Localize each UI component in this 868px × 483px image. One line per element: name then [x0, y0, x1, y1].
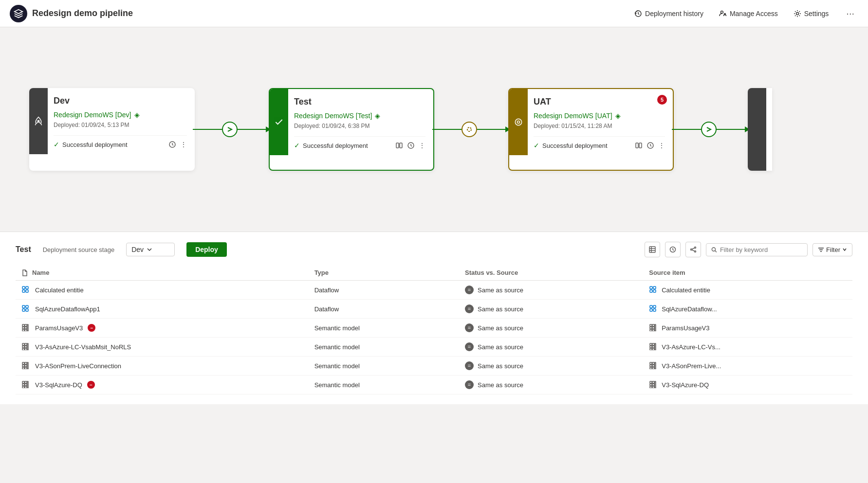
- row-icon-2: [21, 323, 30, 332]
- filter-button[interactable]: Filter: [813, 243, 852, 256]
- svg-point-3: [796, 12, 798, 15]
- history-icon: [634, 10, 642, 18]
- svg-rect-62: [22, 346, 24, 348]
- svg-rect-41: [26, 309, 28, 311]
- table-row[interactable]: V3-ASonPrem-LiveConnection Semantic mode…: [16, 357, 852, 376]
- prod-sidebar-partial: [748, 88, 766, 171]
- keyword-filter-field[interactable]: [720, 246, 802, 253]
- svg-rect-32: [22, 290, 25, 292]
- app-icon: [10, 5, 27, 22]
- status-equal-icon-0: =: [465, 286, 474, 294]
- cell-source-5: V3-SqlAzure-DQ: [649, 380, 847, 389]
- table-row[interactable]: SqlAzureDataflowApp1 Dataflow = Same as …: [16, 300, 852, 319]
- svg-rect-66: [27, 343, 28, 350]
- status-equal-icon-1: =: [465, 304, 474, 313]
- cell-type-0: Dataflow: [309, 281, 459, 300]
- svg-rect-47: [25, 324, 27, 326]
- test-history-btn[interactable]: [407, 142, 415, 149]
- deployment-history-btn[interactable]: Deployment history: [632, 7, 705, 20]
- svg-rect-88: [22, 381, 24, 383]
- svg-point-11: [517, 121, 520, 124]
- settings-btn[interactable]: Settings: [792, 7, 831, 20]
- uat-more-btn[interactable]: ⋮: [658, 142, 665, 149]
- page-title: Redesign demo pipeline: [32, 8, 133, 18]
- status-equal-icon-3: =: [465, 342, 474, 351]
- row-icon-0: [21, 286, 30, 294]
- cell-name-2: ParamsUsageV3 –: [21, 323, 303, 332]
- svg-line-24: [692, 250, 695, 251]
- cell-status-0: = Same as source: [465, 286, 637, 294]
- svg-rect-69: [650, 346, 652, 348]
- svg-rect-97: [650, 384, 652, 386]
- dev-deployed: Deployed: 01/09/24, 5:13 PM: [54, 122, 187, 128]
- keyword-filter-input[interactable]: [706, 243, 808, 256]
- test-workspace: Redesign DemoWS [Test] ◈: [294, 112, 425, 120]
- uat-status: ✓ Successful deployment: [534, 142, 608, 149]
- table-row[interactable]: V3-AsAzure-LC-VsabMsit_NoRLS Semantic mo…: [16, 338, 852, 357]
- svg-rect-71: [650, 348, 652, 350]
- connector-line-2: [432, 129, 462, 130]
- table-view-btn[interactable]: [645, 242, 660, 257]
- svg-rect-46: [22, 324, 24, 326]
- svg-rect-49: [25, 327, 27, 329]
- svg-rect-101: [655, 381, 656, 388]
- svg-point-25: [712, 247, 715, 250]
- svg-rect-30: [22, 286, 25, 289]
- test-compare-btn[interactable]: [395, 142, 403, 149]
- history-view-btn[interactable]: [665, 242, 681, 257]
- svg-rect-38: [22, 305, 25, 308]
- source-icon-4: [649, 361, 658, 370]
- svg-rect-87: [655, 362, 656, 369]
- test-check-icon: [274, 117, 284, 127]
- items-table: Name Type Status vs. Source Source item …: [16, 265, 852, 394]
- svg-rect-36: [650, 290, 652, 292]
- dev-diamond-icon: ◈: [134, 111, 140, 119]
- svg-rect-77: [25, 365, 27, 367]
- svg-rect-84: [652, 365, 654, 367]
- svg-point-22: [695, 251, 696, 252]
- manage-access-btn[interactable]: Manage Access: [717, 7, 780, 20]
- connector-line-3b: [717, 129, 746, 130]
- uat-history-btn[interactable]: [646, 142, 654, 149]
- svg-rect-78: [22, 367, 24, 369]
- svg-point-1: [720, 11, 723, 13]
- table-row[interactable]: Calculated entitie Dataflow = Same as so…: [16, 281, 852, 300]
- svg-rect-95: [650, 381, 652, 383]
- dev-rocket-icon: [34, 116, 43, 126]
- svg-rect-60: [22, 343, 24, 345]
- share-btn[interactable]: [685, 242, 701, 257]
- svg-rect-54: [652, 324, 654, 326]
- cell-status-1: = Same as source: [465, 304, 637, 313]
- bottom-panel: Test Deployment source stage Dev Deploy: [0, 232, 868, 404]
- more-options-btn[interactable]: ···: [842, 6, 858, 21]
- dev-history-btn[interactable]: [168, 141, 176, 148]
- test-sidebar: [270, 89, 288, 155]
- dropdown-chevron-icon: [147, 247, 152, 252]
- svg-rect-92: [22, 386, 24, 388]
- table-row[interactable]: V3-SqlAzure-DQ – Semantic model = Same a…: [16, 376, 852, 394]
- test-more-btn[interactable]: ⋮: [419, 142, 425, 149]
- svg-rect-34: [650, 286, 652, 289]
- uat-compare-btn[interactable]: [635, 142, 643, 149]
- svg-rect-12: [636, 143, 638, 148]
- dev-more-btn[interactable]: ⋮: [180, 141, 187, 148]
- uat-workspace: Redesign DemoWS [UAT] ◈: [534, 112, 665, 120]
- filter-icon: [818, 247, 824, 253]
- uat-stage-name: UAT: [534, 97, 665, 107]
- svg-rect-56: [652, 327, 654, 329]
- table-row[interactable]: ParamsUsageV3 – Semantic model = Same as…: [16, 319, 852, 338]
- source-stage-dropdown[interactable]: Dev: [126, 243, 175, 256]
- dev-sidebar: [29, 88, 48, 154]
- uat-deployed: Deployed: 01/15/24, 11:28 AM: [534, 123, 665, 129]
- col-header-status: Status vs. Source: [459, 265, 643, 281]
- svg-rect-99: [650, 386, 652, 388]
- svg-rect-73: [655, 343, 656, 350]
- svg-rect-67: [650, 343, 652, 345]
- uat-sidebar: [509, 89, 528, 155]
- test-success-icon: ✓: [294, 142, 300, 149]
- test-diamond-icon: ◈: [375, 112, 380, 120]
- deploy-button[interactable]: Deploy: [186, 242, 227, 257]
- connector-line-1b: [238, 129, 267, 130]
- col-header-name: Name: [16, 265, 309, 281]
- connector-circle-1: [222, 122, 238, 137]
